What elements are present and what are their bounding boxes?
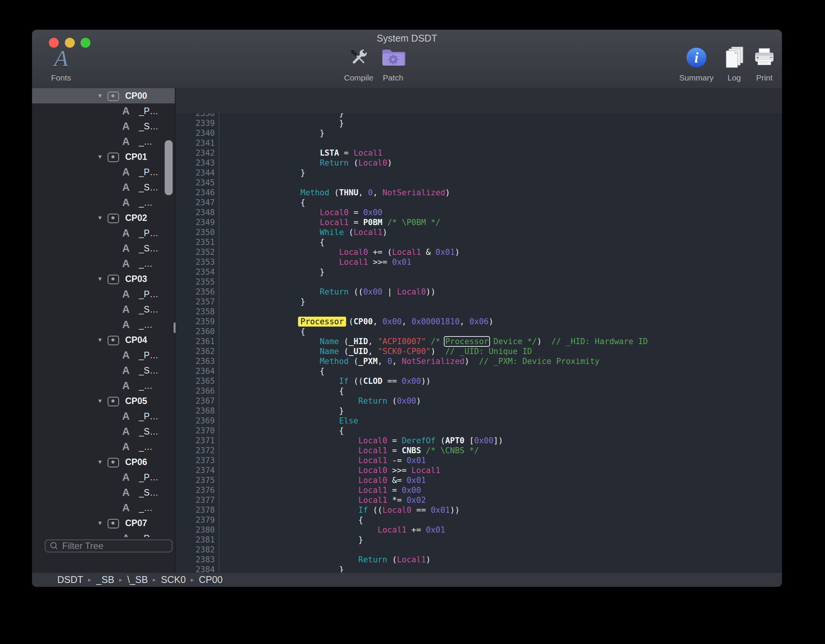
line-number: 2342	[176, 148, 215, 158]
tree-item-CP00-child[interactable]: A_…	[32, 134, 175, 149]
disclosure-triangle-icon[interactable]: ▼	[95, 88, 105, 103]
toolbar-compile-button[interactable]: Compile	[340, 46, 378, 82]
scope-frame-icon	[108, 458, 119, 467]
filter-tree-input[interactable]: Filter Tree	[45, 539, 172, 552]
line-number: 2378	[176, 505, 215, 515]
scope-frame-icon	[108, 397, 119, 406]
tree-item-CP05-child[interactable]: A_…	[32, 439, 175, 454]
tree-item-label: _P…	[139, 225, 158, 241]
tree-item-label: _…	[139, 195, 153, 210]
tree-item-CP02-child[interactable]: A_P…	[32, 225, 175, 241]
disclosure-triangle-icon[interactable]: ▼	[95, 515, 105, 531]
tree-item-CP07[interactable]: ▼CP07	[32, 515, 175, 531]
tree-item-CP06-child[interactable]: A_P…	[32, 470, 175, 485]
code-line: 2364 {	[176, 366, 782, 376]
method-a-icon: A	[120, 180, 132, 195]
breadcrumb-separator-icon: ▸	[88, 576, 91, 583]
code-line: 2368 }	[176, 406, 782, 416]
tree-item-CP02-child[interactable]: A_S…	[32, 241, 175, 256]
code-text: Return (0x00)	[223, 396, 421, 406]
line-number: 2355	[176, 277, 215, 287]
tree-item-CP01-child[interactable]: A_…	[32, 195, 175, 210]
tree-item-CP03-child[interactable]: A_S…	[32, 302, 175, 317]
toolbar-log-button[interactable]: Log	[719, 46, 749, 82]
disclosure-triangle-icon[interactable]: ▼	[95, 210, 105, 225]
method-a-icon: A	[120, 302, 132, 317]
code-text: Return ((0x00 | Local0))	[223, 287, 435, 297]
method-a-icon: A	[120, 103, 132, 119]
tree-item-CP04-child[interactable]: A_P…	[32, 348, 175, 363]
code-text: {	[223, 366, 325, 376]
line-number: 2366	[176, 386, 215, 396]
code-text: {	[223, 237, 325, 247]
code-text: }	[223, 565, 344, 572]
line-number: 2379	[176, 515, 215, 525]
breadcrumb-item[interactable]: \_SB	[127, 574, 148, 585]
disclosure-triangle-icon[interactable]: ▼	[95, 454, 105, 470]
tree-item-CP00[interactable]: ▼CP00	[32, 88, 175, 103]
method-a-icon: A	[120, 470, 132, 485]
tree-item-CP04-child[interactable]: A_S…	[32, 363, 175, 378]
code-line: 2340 }	[176, 128, 782, 138]
tree-item-CP05-child[interactable]: A_S…	[32, 424, 175, 439]
tree-item-CP01-child[interactable]: A_S…	[32, 180, 175, 195]
breadcrumb-item[interactable]: _SB	[96, 574, 114, 585]
tree-item-CP02[interactable]: ▼CP02	[32, 210, 175, 225]
code-line: 2382	[176, 545, 782, 555]
scope-frame-icon	[108, 214, 119, 223]
code-line: 2379 {	[176, 515, 782, 525]
scope-frame-icon	[108, 153, 119, 162]
tree-item-CP05-child[interactable]: A_P…	[32, 409, 175, 424]
line-number: 2364	[176, 366, 215, 376]
code-text: Local1 = CNBS /* \CNBS */	[223, 446, 479, 456]
tree-item-CP00-child[interactable]: A_S…	[32, 119, 175, 134]
code-editor[interactable]: 2338 }2339 }2340 }23412342 LSTA = Local1…	[176, 113, 782, 572]
disclosure-triangle-icon[interactable]: ▼	[95, 149, 105, 164]
line-number: 2346	[176, 188, 215, 198]
tree-item-label: _S…	[139, 119, 158, 134]
toolbar-print-button[interactable]: Print	[749, 46, 780, 82]
tree-item-CP05[interactable]: ▼CP05	[32, 393, 175, 409]
tree-item-label: _P…	[139, 164, 158, 180]
code-text: {	[223, 426, 344, 436]
toolbar-fonts-button[interactable]: A Fonts	[46, 46, 76, 82]
code-line: 2347 {	[176, 198, 782, 208]
code-text: Method (THNU, 0, NotSerialized)	[223, 188, 450, 198]
line-number: 2340	[176, 128, 215, 138]
breadcrumb-item[interactable]: CP00	[199, 574, 223, 585]
toolbar-patch-button[interactable]: Patch	[374, 46, 412, 82]
tree-item-CP01[interactable]: ▼CP01	[32, 149, 175, 164]
tree-item-CP03[interactable]: ▼CP03	[32, 271, 175, 287]
tree-item-CP06-child[interactable]: A_…	[32, 500, 175, 515]
code-line: 2351 {	[176, 237, 782, 247]
code-text: }	[223, 168, 305, 178]
code-text: Local0 = 0x00	[223, 208, 382, 217]
svg-text:i: i	[694, 50, 699, 66]
code-line: 2378 If ((Local0 == 0x01))	[176, 505, 782, 515]
code-line: 2367 Return (0x00)	[176, 396, 782, 406]
tree-item-CP03-child[interactable]: A_P…	[32, 287, 175, 302]
sidebar-scrollbar[interactable]	[164, 140, 173, 195]
tree-item-CP00-child[interactable]: A_P…	[32, 103, 175, 119]
toolbar-summary-button[interactable]: i Summary	[674, 46, 719, 82]
disclosure-triangle-icon[interactable]: ▼	[95, 393, 105, 409]
code-text: Local1 -= 0x01	[223, 456, 426, 465]
tree-item-label: _…	[139, 317, 153, 332]
method-a-icon: A	[120, 119, 132, 134]
tree-item-CP01-child[interactable]: A_P…	[32, 164, 175, 180]
tree-item-CP04[interactable]: ▼CP04	[32, 332, 175, 348]
breadcrumb-item[interactable]: SCK0	[161, 574, 186, 585]
code-line: 2350 While (Local1)	[176, 227, 782, 237]
disclosure-triangle-icon[interactable]: ▼	[95, 332, 105, 348]
tree-item-CP03-child[interactable]: A_…	[32, 317, 175, 332]
line-number: 2380	[176, 525, 215, 535]
tree-item-CP06[interactable]: ▼CP06	[32, 454, 175, 470]
disclosure-triangle-icon[interactable]: ▼	[95, 271, 105, 287]
tree-item-CP06-child[interactable]: A_S…	[32, 485, 175, 500]
tree-item-CP04-child[interactable]: A_…	[32, 378, 175, 393]
line-number: 2347	[176, 198, 215, 208]
tree-item-CP02-child[interactable]: A_…	[32, 256, 175, 271]
breadcrumb-item[interactable]: DSDT	[57, 574, 83, 585]
code-line: 2375 Local0 &= 0x01	[176, 475, 782, 485]
toolbar-label: Compile	[340, 73, 378, 82]
